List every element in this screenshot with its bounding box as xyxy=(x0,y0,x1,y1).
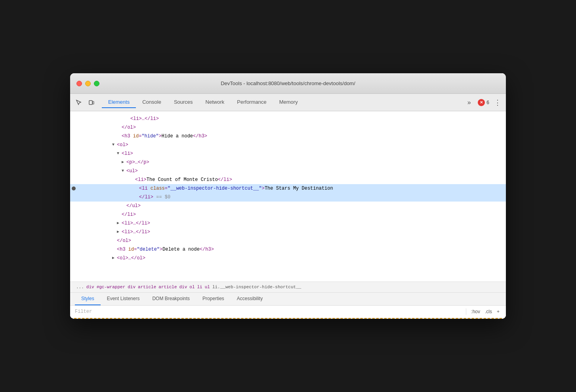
bottom-tabs: Styles Event Listeners DOM Breakpoints P… xyxy=(70,293,506,306)
dom-line-selected-cont[interactable]: </li> == $0 xyxy=(70,193,506,202)
toolbar-right: » ✕ 6 ⋮ xyxy=(463,97,503,108)
more-tabs-button[interactable]: » xyxy=(463,97,475,108)
breadcrumb-item-active[interactable]: li.__web-inspector-hide-shortcut__ xyxy=(211,284,302,290)
add-style-button[interactable]: + xyxy=(495,308,501,315)
dom-line[interactable]: <ol>…</ol> xyxy=(70,254,506,263)
tab-dom-breakpoints[interactable]: DOM Breakpoints xyxy=(146,293,196,305)
breadcrumb-item[interactable]: article xyxy=(137,284,157,290)
triangle-icon[interactable] xyxy=(117,219,122,228)
tab-accessibility[interactable]: Accessibility xyxy=(231,293,269,305)
triangle-icon[interactable] xyxy=(122,167,126,175)
dom-line[interactable]: </ol> xyxy=(70,123,506,132)
error-count: 6 xyxy=(486,100,489,105)
toolbar-icons xyxy=(73,97,97,108)
breadcrumb-item[interactable]: #gc-wrapper xyxy=(95,284,127,290)
breadcrumb-item[interactable]: article xyxy=(157,284,178,290)
dom-line[interactable]: </ul> xyxy=(70,202,506,210)
close-button[interactable] xyxy=(76,81,82,86)
tab-console[interactable]: Console xyxy=(136,97,168,108)
tab-properties[interactable]: Properties xyxy=(196,293,231,305)
tab-memory[interactable]: Memory xyxy=(273,97,304,108)
tab-performance[interactable]: Performance xyxy=(231,97,273,108)
error-circle: ✕ xyxy=(478,99,485,106)
main-tabs: Elements Console Sources Network Perform… xyxy=(102,97,462,108)
error-badge: ✕ 6 xyxy=(478,99,489,106)
dom-line[interactable]: <li>…</li> xyxy=(70,219,506,228)
devtools-window: DevTools - localhost:8080/web/tools/chro… xyxy=(70,73,506,319)
titlebar: DevTools - localhost:8080/web/tools/chro… xyxy=(70,73,506,94)
dom-line[interactable]: <p>…</p> xyxy=(70,158,506,167)
filter-bar: :hov .cls + xyxy=(70,306,506,318)
tab-elements[interactable]: Elements xyxy=(102,97,136,108)
breadcrumb-item[interactable]: li xyxy=(196,284,204,290)
dom-content: <li>…</li> </ol> <h3 id="hide">Hide a no… xyxy=(70,111,506,266)
breadcrumb-item[interactable]: div xyxy=(178,284,189,290)
triangle-icon[interactable] xyxy=(112,254,117,263)
dom-line[interactable]: <h3 id="hide">Hide a node</h3> xyxy=(70,132,506,141)
inspect-element-button[interactable] xyxy=(73,97,84,108)
breadcrumb-item[interactable]: div xyxy=(126,284,137,290)
hov-button[interactable]: :hov xyxy=(469,308,482,315)
dom-line[interactable]: </ol> xyxy=(70,236,506,245)
breadcrumb-item[interactable]: div xyxy=(85,284,95,290)
dom-line[interactable]: <ul> xyxy=(70,167,506,175)
filter-divider xyxy=(466,308,466,315)
maximize-button[interactable] xyxy=(94,81,99,86)
filter-input[interactable] xyxy=(75,309,463,314)
settings-kebab-button[interactable]: ⋮ xyxy=(492,97,503,108)
main-content: <li>…</li> </ol> <h3 id="hide">Hide a no… xyxy=(70,111,506,319)
dom-view: <li>…</li> </ol> <h3 id="hide">Hide a no… xyxy=(70,111,506,282)
triangle-icon[interactable] xyxy=(117,149,122,158)
triangle-icon[interactable] xyxy=(117,228,122,236)
dom-line[interactable]: <ol> xyxy=(70,141,506,149)
dom-line-selected[interactable]: <li class="__web-inspector-hide-shortcut… xyxy=(70,184,506,193)
tab-styles[interactable]: Styles xyxy=(75,293,101,305)
filter-actions: :hov .cls + xyxy=(469,308,501,315)
dom-line[interactable]: <h3 id="delete">Delete a node</h3> xyxy=(70,245,506,254)
tab-sources[interactable]: Sources xyxy=(168,97,199,108)
breadcrumb-item[interactable]: ul xyxy=(204,284,211,290)
breakpoint-dot xyxy=(72,186,76,190)
dom-line[interactable]: <li> xyxy=(70,149,506,158)
minimize-button[interactable] xyxy=(85,81,91,86)
triangle-icon[interactable] xyxy=(112,141,117,149)
toolbar: Elements Console Sources Network Perform… xyxy=(70,94,506,111)
breadcrumb-item[interactable]: ... xyxy=(75,284,85,290)
breadcrumb: ... div #gc-wrapper div article article … xyxy=(70,282,506,293)
tab-network[interactable]: Network xyxy=(199,97,231,108)
triangle-icon[interactable] xyxy=(122,158,126,167)
dashed-divider xyxy=(70,318,506,319)
svg-rect-1 xyxy=(93,101,94,104)
tab-event-listeners[interactable]: Event Listeners xyxy=(101,293,146,305)
dom-line[interactable]: <li>…</li> xyxy=(70,228,506,236)
device-toolbar-button[interactable] xyxy=(86,97,97,108)
window-title: DevTools - localhost:8080/web/tools/chro… xyxy=(221,80,355,86)
dom-line[interactable]: <li>…</li> xyxy=(70,114,506,123)
svg-rect-0 xyxy=(89,101,92,105)
traffic-lights xyxy=(76,81,99,86)
bottom-panel: Styles Event Listeners DOM Breakpoints P… xyxy=(70,293,506,319)
cls-button[interactable]: .cls xyxy=(483,308,494,315)
dom-line[interactable]: <li>The Count of Monte Cristo</li> xyxy=(70,175,506,184)
breadcrumb-item[interactable]: ol xyxy=(188,284,196,290)
dom-line[interactable]: </li> xyxy=(70,210,506,219)
